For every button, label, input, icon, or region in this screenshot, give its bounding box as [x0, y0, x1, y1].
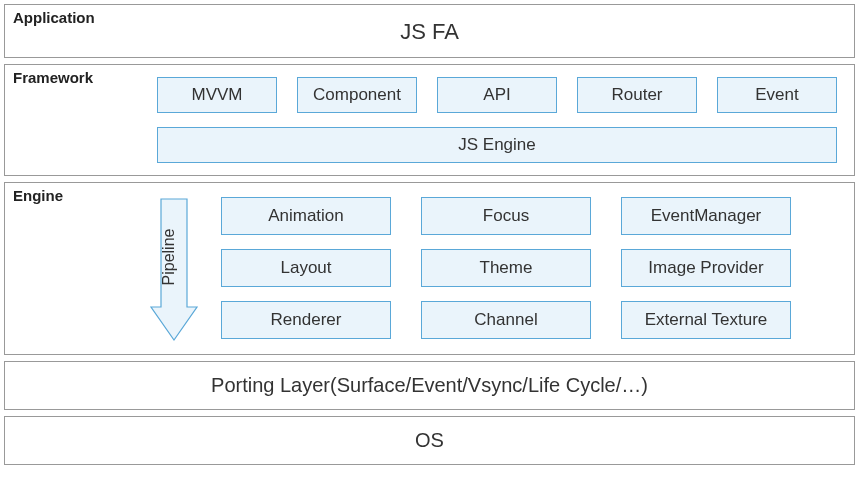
application-title: JS FA [17, 13, 842, 49]
engine-label: Engine [13, 187, 63, 204]
engine-box-externaltexture: External Texture [621, 301, 791, 339]
pipeline-label: Pipeline [160, 228, 177, 285]
engine-layer: Engine Pipeline Animation Focus EventMan… [4, 182, 855, 355]
engine-row-2: Layout Theme Image Provider [221, 249, 842, 287]
framework-box-event: Event [717, 77, 837, 113]
framework-layer: Framework MVVM Component API Router Even… [4, 64, 855, 176]
application-layer: Application JS FA [4, 4, 855, 58]
engine-box-focus: Focus [421, 197, 591, 235]
framework-box-api: API [437, 77, 557, 113]
os-layer: OS [4, 416, 855, 465]
pipeline-arrow-icon: Pipeline [149, 197, 199, 342]
engine-box-renderer: Renderer [221, 301, 391, 339]
framework-box-router: Router [577, 77, 697, 113]
engine-box-channel: Channel [421, 301, 591, 339]
engine-row-3: Renderer Channel External Texture [221, 301, 842, 339]
porting-layer: Porting Layer(Surface/Event/Vsync/Life C… [4, 361, 855, 410]
pipeline-arrow: Pipeline [147, 197, 201, 342]
framework-js-engine: JS Engine [157, 127, 837, 163]
framework-label: Framework [13, 69, 93, 86]
engine-box-theme: Theme [421, 249, 591, 287]
engine-box-eventmanager: EventManager [621, 197, 791, 235]
framework-box-mvvm: MVVM [157, 77, 277, 113]
framework-items-row: MVVM Component API Router Event [157, 77, 842, 113]
engine-box-layout: Layout [221, 249, 391, 287]
engine-box-imageprovider: Image Provider [621, 249, 791, 287]
framework-box-component: Component [297, 77, 417, 113]
engine-row-1: Animation Focus EventManager [221, 197, 842, 235]
engine-box-animation: Animation [221, 197, 391, 235]
application-label: Application [13, 9, 95, 26]
